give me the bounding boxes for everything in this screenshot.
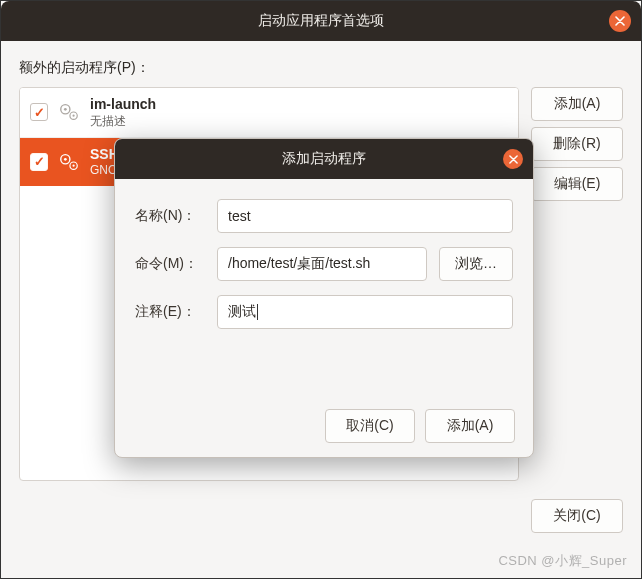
text-cursor — [257, 304, 258, 320]
gears-icon — [58, 101, 80, 123]
footer-row: 关闭(C) — [19, 499, 623, 533]
add-startup-dialog: 添加启动程序 名称(N)： 命令(M)： 浏览… 注释(E)： 测试 取消(C)… — [114, 138, 534, 458]
item-desc: 无描述 — [90, 114, 156, 129]
gears-icon — [58, 151, 80, 173]
main-titlebar: 启动应用程序首选项 — [1, 1, 641, 41]
modal-body: 名称(N)： 命令(M)： 浏览… 注释(E)： 测试 — [115, 179, 533, 395]
modal-footer: 取消(C) 添加(A) — [115, 395, 533, 457]
edit-button[interactable]: 编辑(E) — [531, 167, 623, 201]
close-icon — [509, 155, 518, 164]
item-name: im-launch — [90, 96, 156, 114]
command-row: 命令(M)： 浏览… — [135, 247, 513, 281]
modal-titlebar: 添加启动程序 — [115, 139, 533, 179]
comment-value: 测试 — [228, 303, 256, 321]
svg-point-5 — [64, 158, 67, 161]
comment-row: 注释(E)： 测试 — [135, 295, 513, 329]
list-item[interactable]: im-launch 无描述 — [20, 88, 518, 138]
command-input[interactable] — [217, 247, 427, 281]
item-text: im-launch 无描述 — [90, 96, 156, 129]
comment-input[interactable]: 测试 — [217, 295, 513, 329]
remove-button[interactable]: 删除(R) — [531, 127, 623, 161]
name-input[interactable] — [217, 199, 513, 233]
command-label: 命令(M)： — [135, 255, 205, 273]
add-button[interactable]: 添加(A) — [531, 87, 623, 121]
main-title: 启动应用程序首选项 — [258, 12, 384, 30]
side-buttons: 添加(A) 删除(R) 编辑(E) — [531, 87, 623, 481]
main-close-button[interactable] — [609, 10, 631, 32]
close-button[interactable]: 关闭(C) — [531, 499, 623, 533]
checkbox[interactable] — [30, 153, 48, 171]
comment-label: 注释(E)： — [135, 303, 205, 321]
cancel-button[interactable]: 取消(C) — [325, 409, 415, 443]
section-label: 额外的启动程序(P)： — [19, 59, 623, 77]
svg-point-7 — [72, 164, 74, 166]
checkbox[interactable] — [30, 103, 48, 121]
svg-point-3 — [72, 115, 74, 117]
browse-button[interactable]: 浏览… — [439, 247, 513, 281]
name-row: 名称(N)： — [135, 199, 513, 233]
modal-close-button[interactable] — [503, 149, 523, 169]
confirm-add-button[interactable]: 添加(A) — [425, 409, 515, 443]
close-icon — [615, 16, 625, 26]
svg-point-1 — [64, 108, 67, 111]
modal-title: 添加启动程序 — [282, 150, 366, 168]
name-label: 名称(N)： — [135, 207, 205, 225]
